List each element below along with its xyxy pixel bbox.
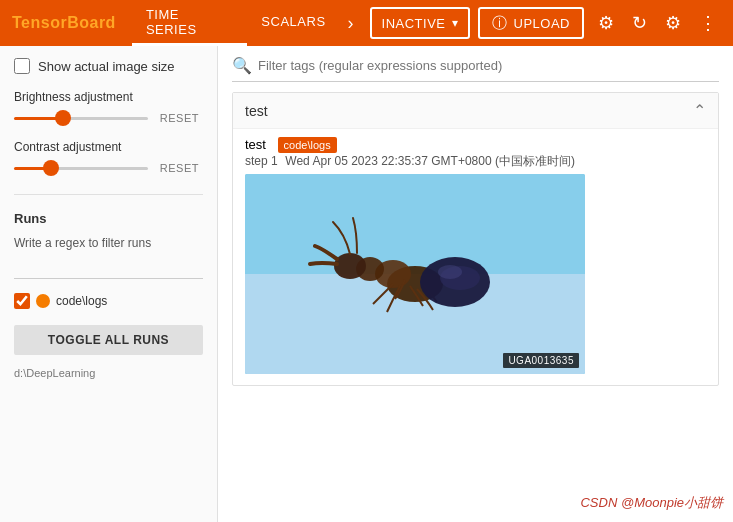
show-image-size-label: Show actual image size bbox=[38, 59, 175, 74]
contrast-section: Contrast adjustment RESET bbox=[14, 140, 203, 178]
filter-search-icon: 🔍 bbox=[232, 56, 252, 75]
image-date: Wed Apr 05 2023 22:35:37 GMT+0800 (中国标准时… bbox=[285, 154, 575, 168]
tensorboard-logo: TensorBoard bbox=[12, 14, 116, 32]
path-label: d:\DeepLearning bbox=[14, 367, 203, 379]
nav-more-icon[interactable]: › bbox=[340, 0, 362, 46]
brightness-slider-wrapper bbox=[14, 108, 148, 128]
brightness-section: Brightness adjustment RESET bbox=[14, 90, 203, 128]
image-card: test ⌃ test code\logs step 1 Wed Apr 05 … bbox=[232, 92, 719, 386]
run-color-dot bbox=[36, 294, 50, 308]
image-tag-name: test bbox=[245, 137, 266, 152]
upload-button[interactable]: ⓘ UPLOAD bbox=[478, 7, 584, 39]
filter-tags-input[interactable] bbox=[258, 58, 719, 73]
toggle-all-runs-button[interactable]: TOGGLE ALL RUNS bbox=[14, 325, 203, 355]
card-header: test ⌃ bbox=[233, 93, 718, 129]
run-badge: code\logs bbox=[278, 137, 337, 153]
contrast-reset-button[interactable]: RESET bbox=[156, 160, 203, 176]
logo-board: Board bbox=[67, 14, 116, 31]
image-watermark: UGA0013635 bbox=[503, 353, 579, 368]
divider bbox=[14, 194, 203, 195]
ant-image: UGA0013635 bbox=[245, 174, 585, 374]
card-body: test code\logs step 1 Wed Apr 05 2023 22… bbox=[233, 129, 718, 385]
runs-title: Runs bbox=[14, 211, 203, 226]
contrast-row: RESET bbox=[14, 158, 203, 178]
main-content: 🔍 test ⌃ test code\logs step 1 Wed Apr 0… bbox=[218, 46, 733, 522]
svg-point-8 bbox=[438, 265, 462, 279]
layout: Show actual image size Brightness adjust… bbox=[0, 46, 733, 522]
brightness-label: Brightness adjustment bbox=[14, 90, 203, 104]
csdn-credit: CSDN @Moonpie小甜饼 bbox=[580, 494, 723, 512]
run-checkbox[interactable] bbox=[14, 293, 30, 309]
nav-scalars[interactable]: SCALARS bbox=[247, 0, 339, 46]
contrast-slider[interactable] bbox=[14, 167, 148, 170]
image-container: UGA0013635 bbox=[245, 174, 706, 374]
run-item: code\logs bbox=[14, 293, 203, 309]
upload-label: UPLOAD bbox=[514, 16, 570, 31]
show-image-size-row: Show actual image size bbox=[14, 58, 203, 74]
card-expand-icon[interactable]: ⌃ bbox=[693, 101, 706, 120]
logo-tensor: Tensor bbox=[12, 14, 67, 31]
header-right: ⓘ UPLOAD ⚙ ↻ ⚙ ⋮ bbox=[470, 7, 721, 39]
brightness-row: RESET bbox=[14, 108, 203, 128]
menu-icon[interactable]: ⋮ bbox=[695, 8, 721, 38]
show-image-size-checkbox[interactable] bbox=[14, 58, 30, 74]
contrast-slider-wrapper bbox=[14, 158, 148, 178]
image-meta: test code\logs step 1 Wed Apr 05 2023 22… bbox=[245, 137, 575, 170]
inactive-label: INACTIVE bbox=[382, 16, 446, 31]
card-title: test bbox=[245, 103, 268, 119]
header: TensorBoard TIME SERIES SCALARS › INACTI… bbox=[0, 0, 733, 46]
chevron-down-icon: ▾ bbox=[452, 16, 459, 30]
inactive-button[interactable]: INACTIVE ▾ bbox=[370, 7, 470, 39]
refresh-icon[interactable]: ↻ bbox=[628, 8, 651, 38]
svg-point-5 bbox=[334, 253, 366, 279]
sidebar: Show actual image size Brightness adjust… bbox=[0, 46, 218, 522]
nav-time-series[interactable]: TIME SERIES bbox=[132, 0, 247, 46]
image-meta-row: test code\logs step 1 Wed Apr 05 2023 22… bbox=[245, 137, 706, 170]
contrast-label: Contrast adjustment bbox=[14, 140, 203, 154]
settings-icon[interactable]: ⚙ bbox=[594, 8, 618, 38]
gear-icon[interactable]: ⚙ bbox=[661, 8, 685, 38]
brightness-reset-button[interactable]: RESET bbox=[156, 110, 203, 126]
filter-runs-input[interactable] bbox=[14, 260, 203, 279]
brightness-slider[interactable] bbox=[14, 117, 148, 120]
filter-runs-label: Write a regex to filter runs bbox=[14, 236, 203, 250]
ant-image-svg bbox=[245, 174, 585, 374]
filter-bar: 🔍 bbox=[232, 56, 719, 82]
run-name: code\logs bbox=[56, 294, 107, 308]
upload-icon: ⓘ bbox=[492, 14, 508, 33]
image-step: step 1 bbox=[245, 154, 278, 168]
